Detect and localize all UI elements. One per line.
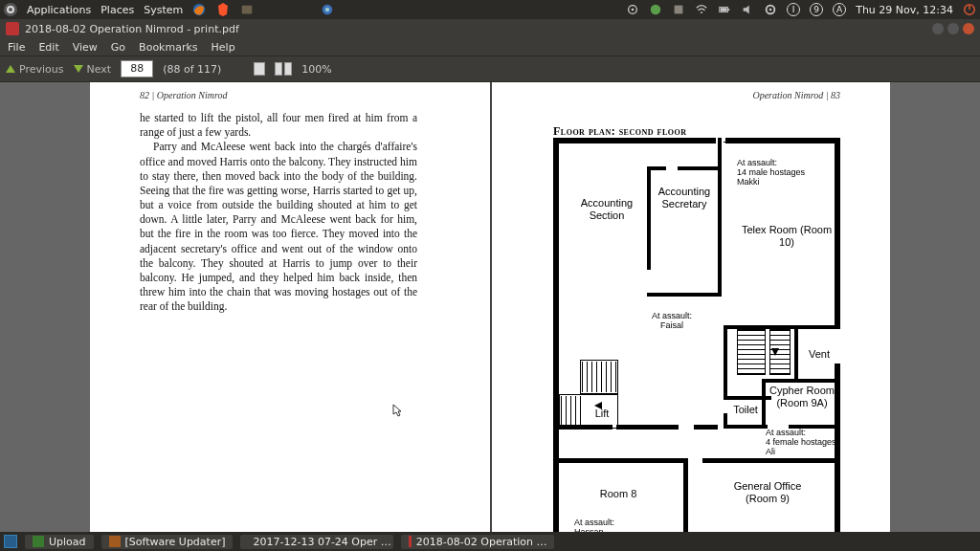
settings-gear-icon[interactable] xyxy=(764,3,777,16)
svg-rect-7 xyxy=(675,6,683,14)
page-total-label: (88 of 117) xyxy=(163,63,221,76)
page-left: 82 | Operation Nimrod he started to lift… xyxy=(90,82,484,532)
arrow-up-icon xyxy=(6,65,15,73)
label-accounting-section: Accounting Section xyxy=(570,197,643,221)
window-maximize-button[interactable] xyxy=(947,23,959,34)
wifi-icon[interactable] xyxy=(695,3,708,16)
single-page-view-button[interactable] xyxy=(254,62,265,76)
label-vent: Vent xyxy=(800,348,838,361)
toolbar: Previous Next 88 (88 of 117) 100% xyxy=(0,55,980,82)
para-2: Parry and McAleese went back into the ch… xyxy=(140,140,417,314)
note-telex: At assault: 14 male hostages Makki xyxy=(737,159,833,187)
floorplan-title: Floor plan: second floor xyxy=(553,124,686,139)
volume-icon[interactable] xyxy=(741,3,754,16)
svg-rect-1 xyxy=(242,6,253,14)
svg-point-3 xyxy=(325,8,329,11)
updater-icon xyxy=(109,536,121,547)
window-title: 2018-08-02 Operation Nimrod - print.pdf xyxy=(25,23,239,35)
bottom-taskbar: Upload [Software Updater] 2017-12-13 07-… xyxy=(0,532,980,551)
window-title-bar: 2018-08-02 Operation Nimrod - print.pdf xyxy=(0,19,980,38)
label-cypher-room: Cypher Room (Room 9A) xyxy=(766,385,838,408)
next-label: Next xyxy=(87,63,112,76)
task-upload[interactable]: Upload xyxy=(25,535,94,549)
window-minimize-button[interactable] xyxy=(932,23,944,34)
menu-bookmarks[interactable]: Bookmarks xyxy=(139,41,197,54)
disk-icon[interactable] xyxy=(672,3,685,16)
dual-page-view-button[interactable] xyxy=(275,62,292,76)
power-icon[interactable] xyxy=(963,3,976,16)
label-general-office: General Office (Room 9) xyxy=(722,480,813,504)
menu-system[interactable]: System xyxy=(144,4,183,16)
app-menu-bar: File Edit View Go Bookmarks Help xyxy=(0,38,980,55)
task-label: 2018-08-02 Operation … xyxy=(416,536,547,548)
next-page-button[interactable]: Next xyxy=(74,63,112,76)
menu-help[interactable]: Help xyxy=(212,41,235,54)
menu-view[interactable]: View xyxy=(73,41,98,54)
label-accounting-secretary: Accounting Secretary xyxy=(653,186,716,209)
svg-rect-9 xyxy=(728,9,730,11)
task-doc-2018[interactable]: 2018-08-02 Operation … xyxy=(401,535,554,549)
floor-plan: Accounting Section Accounting Secretary … xyxy=(553,138,840,532)
running-head-left: 82 | Operation Nimrod xyxy=(140,90,228,100)
pdf-icon xyxy=(409,536,411,547)
indicator-a-icon[interactable]: A xyxy=(833,3,846,16)
note-room8: At assault: Hassan xyxy=(574,518,641,532)
task-label: Upload xyxy=(49,536,86,548)
menu-go[interactable]: Go xyxy=(111,41,125,54)
show-desktop-button[interactable] xyxy=(4,535,17,548)
label-lift: Lift xyxy=(588,408,616,420)
folder-upload-icon xyxy=(33,536,44,547)
running-head-right: Operation Nimrod | 83 xyxy=(752,90,840,100)
menu-edit[interactable]: Edit xyxy=(38,41,58,54)
svg-point-5 xyxy=(632,9,635,11)
page-right: Operation Nimrod | 83 Floor plan: second… xyxy=(496,82,890,532)
note-cypher: At assault: 4 female hostages Ali xyxy=(766,429,852,457)
label-room-8: Room 8 xyxy=(580,488,657,500)
clock[interactable]: Thu 29 Nov, 12:34 xyxy=(856,4,953,16)
indicator-i-icon[interactable]: I xyxy=(787,3,800,16)
task-doc-2017[interactable]: 2017-12-13 07-24 Oper … xyxy=(240,535,393,549)
note-faisal: At assault: Faisal xyxy=(643,312,701,331)
svg-rect-10 xyxy=(721,8,727,11)
menu-places[interactable]: Places xyxy=(100,4,134,16)
svg-point-12 xyxy=(769,9,772,11)
files-icon[interactable] xyxy=(240,3,254,16)
arrow-down-icon xyxy=(74,65,83,73)
battery-icon[interactable] xyxy=(718,3,731,16)
task-label: 2017-12-13 07-24 Oper … xyxy=(253,536,390,548)
sync-icon[interactable] xyxy=(649,3,662,16)
para-1: he started to lift the pistol, all four … xyxy=(140,111,417,140)
svg-point-6 xyxy=(651,5,661,15)
pdf-file-icon xyxy=(6,22,19,35)
task-software-updater[interactable]: [Software Updater] xyxy=(101,535,234,549)
page-gutter xyxy=(484,82,496,532)
activity-indicator-icon[interactable] xyxy=(321,3,334,16)
menu-file[interactable]: File xyxy=(8,41,25,54)
task-label: [Software Updater] xyxy=(125,536,226,548)
window-close-button[interactable] xyxy=(963,23,974,34)
indicator-9-icon[interactable]: 9 xyxy=(810,3,823,16)
menu-applications[interactable]: Applications xyxy=(27,4,91,16)
prev-label: Previous xyxy=(19,63,64,76)
label-telex-room: Telex Room (Room 10) xyxy=(741,224,833,248)
zoom-level[interactable]: 100% xyxy=(301,63,331,76)
mouse-cursor-icon xyxy=(392,404,402,417)
svg-rect-14 xyxy=(969,5,970,10)
body-text: he started to lift the pistol, all four … xyxy=(140,111,417,314)
label-toilet: Toilet xyxy=(727,404,764,416)
system-menu-bar: Applications Places System I 9 A Thu 29 … xyxy=(0,0,980,19)
distro-logo-icon[interactable] xyxy=(4,3,17,16)
location-icon[interactable] xyxy=(626,3,639,16)
page-number-input[interactable]: 88 xyxy=(121,60,153,77)
prev-page-button[interactable]: Previous xyxy=(6,63,64,76)
firefox-icon[interactable] xyxy=(192,3,206,16)
brave-icon[interactable] xyxy=(215,2,231,17)
document-viewport[interactable]: 82 | Operation Nimrod he started to lift… xyxy=(0,82,980,532)
